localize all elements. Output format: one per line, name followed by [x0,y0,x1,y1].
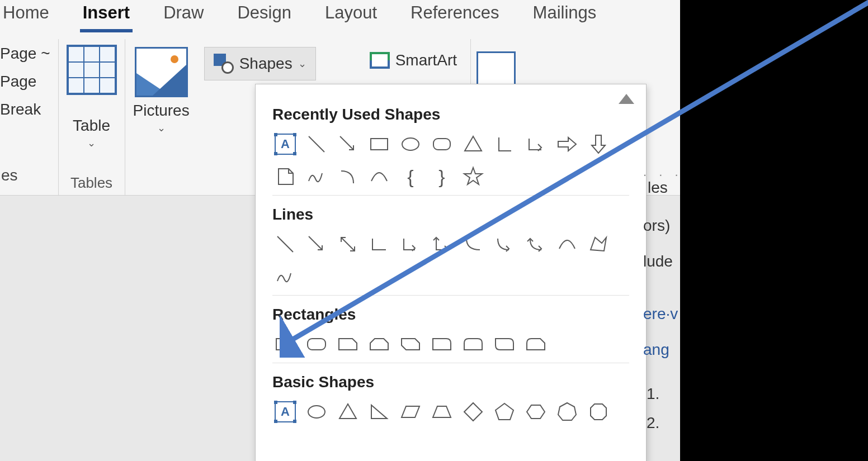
shape-line-arrow[interactable] [335,131,361,157]
line-arrow[interactable] [304,231,329,257]
rect-snip-same-side[interactable] [366,331,392,357]
tab-layout[interactable]: Layout [322,0,380,31]
basic-text-box[interactable]: A [272,399,298,425]
line-freeform[interactable] [586,231,611,257]
svg-marker-21 [402,406,419,417]
obscured-label-suffix: les [648,179,668,197]
line-plain[interactable] [272,231,298,257]
table-dropdown[interactable]: Table ⌄ [73,117,110,149]
pictures-icon [135,47,188,97]
chevron-down-icon: ⌄ [87,137,96,149]
tab-draw[interactable]: Draw [161,0,206,31]
shapes-gallery-scroll[interactable]: Recently Used Shapes A { } Lines [256,84,646,461]
shape-rounded-rectangle[interactable] [429,131,455,157]
shapes-label: Shapes [239,55,293,73]
basic-oval[interactable] [304,399,329,425]
rect-snip-single[interactable] [335,331,361,357]
shape-line[interactable] [304,131,329,157]
category-basic: Basic Shapes [272,373,629,391]
rect-snip-diag[interactable] [398,331,423,357]
line-curve-arrow[interactable] [492,231,517,257]
svg-marker-24 [496,403,513,420]
svg-line-1 [340,136,353,150]
basic-shapes-row: A [272,399,629,430]
svg-marker-19 [339,404,356,419]
rect-round-diag[interactable] [492,331,517,357]
shapes-dropdown-button[interactable]: Shapes ⌄ [204,47,316,80]
line-curve-double-arrow[interactable] [523,231,549,257]
page-break-button[interactable]: Break [0,101,41,118]
tab-references[interactable]: References [408,0,502,31]
category-rectangles: Rectangles [272,306,629,324]
shape-down-arrow[interactable] [586,131,611,157]
table-icon [67,45,117,95]
svg-marker-23 [464,403,482,421]
line-elbow-arrow[interactable] [398,231,423,257]
svg-marker-25 [527,405,545,419]
line-scribble[interactable] [272,264,298,289]
shape-triangle[interactable] [460,131,486,157]
basic-triangle[interactable] [335,399,361,425]
shape-rectangle[interactable] [366,131,392,157]
svg-line-9 [277,236,293,252]
tab-mailings[interactable]: Mailings [530,0,600,31]
shape-curve[interactable] [366,164,392,189]
tab-home[interactable]: Home [0,0,52,31]
table-label: Table [73,117,110,135]
svg-marker-22 [433,406,451,417]
shape-oval[interactable] [398,131,423,157]
tab-design[interactable]: Design [234,0,294,31]
basic-trapezoid[interactable] [429,399,455,425]
line-elbow[interactable] [366,231,392,257]
basic-heptagon[interactable] [554,399,580,425]
pictures-dropdown[interactable]: Pictures ⌄ [133,102,190,134]
scroll-up-icon[interactable] [619,94,634,104]
cropped-region [680,0,868,461]
svg-line-10 [309,236,322,250]
shape-document[interactable] [272,164,298,189]
shape-scribble[interactable] [304,164,329,189]
tables-group-label: Tables [70,174,112,192]
line-double-arrow[interactable] [335,231,361,257]
tables-group: Table ⌄ Tables [59,39,125,195]
shape-text-box[interactable]: A [272,131,298,157]
rect-plain[interactable] [272,331,298,357]
shape-left-brace[interactable]: { [398,164,423,189]
rect-rounded[interactable] [304,331,329,357]
svg-marker-7 [592,135,605,153]
basic-parallelogram[interactable] [398,399,423,425]
shape-arc[interactable] [335,164,361,189]
svg-rect-14 [308,339,326,350]
basic-diamond[interactable] [460,399,486,425]
category-recent: Recently Used Shapes [272,106,629,123]
svg-marker-16 [370,339,388,350]
line-elbow-double-arrow[interactable] [429,231,455,257]
svg-marker-27 [591,404,606,420]
rect-round-single[interactable] [429,331,455,357]
tab-insert[interactable]: Insert [80,0,133,31]
svg-marker-12 [591,237,606,251]
basic-hexagon[interactable] [523,399,549,425]
lines-row [272,231,629,296]
line-curve[interactable] [554,231,580,257]
shape-elbow-arrow[interactable] [523,131,549,157]
shape-right-arrow[interactable] [554,131,580,157]
shape-right-brace[interactable]: } [429,164,455,189]
shape-star[interactable] [460,164,486,189]
basic-pentagon[interactable] [492,399,517,425]
svg-marker-6 [558,137,576,151]
line-curve-connector[interactable] [460,231,486,257]
svg-point-3 [402,138,419,150]
recent-shapes-row: A { } [272,131,629,196]
shape-l-shape[interactable] [492,131,517,157]
chevron-down-icon: ⌄ [157,122,166,134]
blank-page-button[interactable]: Page [0,73,36,91]
smartart-label: SmartArt [395,51,457,69]
svg-rect-2 [371,139,388,150]
basic-octagon[interactable] [586,399,611,425]
cover-page-button[interactable]: Page ~ [0,45,50,63]
smartart-button[interactable]: SmartArt [364,47,463,74]
rect-round-same-side[interactable] [460,331,486,357]
rect-round-snip[interactable] [523,331,549,357]
basic-right-triangle[interactable] [366,399,392,425]
